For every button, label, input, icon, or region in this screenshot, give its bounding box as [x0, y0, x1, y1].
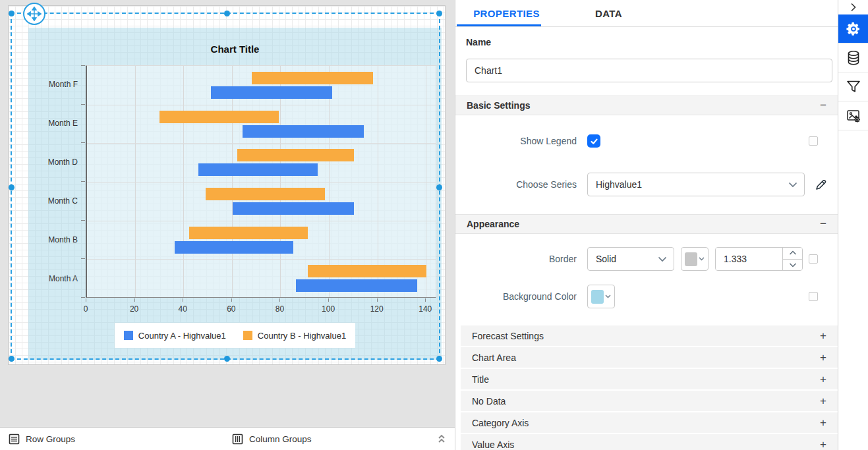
rail-image-settings-button[interactable] — [838, 101, 868, 130]
collapse-icon[interactable]: − — [820, 99, 826, 112]
expand-icon[interactable]: + — [820, 438, 826, 450]
appearance-body: Border Solid — [455, 234, 838, 325]
border-style-dropdown[interactable]: Solid — [587, 247, 674, 271]
x-axis-tick — [231, 298, 232, 302]
x-axis-tick — [86, 298, 86, 302]
double-chevron-up-icon — [436, 433, 447, 445]
tab-data[interactable]: DATA — [558, 0, 660, 26]
chevron-down-icon — [658, 256, 667, 262]
resize-handle-s[interactable] — [224, 356, 230, 362]
rail-data-button[interactable] — [838, 43, 868, 72]
category-label: Month C — [28, 181, 78, 220]
border-expression-checkbox[interactable] — [809, 254, 818, 264]
y-axis-tick — [81, 258, 85, 259]
grid-line-h — [87, 259, 436, 260]
resize-handle-w[interactable] — [9, 184, 14, 190]
rail-filter-button[interactable] — [838, 72, 868, 101]
resize-handle-e[interactable] — [436, 184, 442, 190]
expand-icon[interactable]: + — [820, 395, 826, 408]
chevron-down-icon — [789, 262, 797, 267]
show-legend-expression-checkbox[interactable] — [809, 136, 818, 146]
spinner-up-button[interactable] — [783, 248, 802, 260]
section-basic-settings[interactable]: Basic Settings − — [455, 96, 838, 115]
legend-label: Country B - Highvalue1 — [258, 331, 346, 341]
x-axis-tick-label: 100 — [315, 304, 341, 314]
resize-handle-nw[interactable] — [9, 11, 14, 16]
x-axis-tick-label: 60 — [218, 304, 245, 314]
legend-label: Country A - Highvalue1 — [138, 331, 226, 341]
name-block: Name — [455, 27, 838, 96]
category-label: Month A — [28, 259, 78, 298]
background-color-label: Background Color — [455, 291, 577, 302]
collapse-panel-button[interactable] — [838, 0, 868, 14]
x-axis-tick — [183, 298, 183, 302]
collapse-grouping-bar-button[interactable] — [436, 433, 447, 445]
background-expression-checkbox[interactable] — [809, 292, 818, 301]
background-color-row: Background Color — [455, 285, 838, 308]
border-style-value: Solid — [596, 254, 616, 264]
border-width-input[interactable] — [716, 248, 782, 270]
section-title: Title — [472, 374, 489, 385]
section-title: Basic Settings — [467, 100, 530, 111]
y-axis-tick — [81, 104, 85, 105]
x-axis-tick — [328, 298, 329, 302]
expand-icon[interactable]: + — [820, 329, 826, 343]
choose-series-label: Choose Series — [455, 179, 577, 190]
x-axis-tick-label: 140 — [412, 304, 438, 314]
spinner-down-button[interactable] — [783, 260, 802, 271]
range-bar — [296, 279, 417, 292]
range-bar — [206, 188, 324, 200]
background-color-picker[interactable] — [587, 285, 615, 308]
design-surface[interactable]: Chart Title Month FMonth EMonth DMonth C… — [8, 5, 446, 365]
legend-item: Country A - Highvalue1 — [124, 331, 226, 341]
x-axis-tick-label: 80 — [266, 304, 293, 314]
row-groups-icon — [9, 434, 20, 445]
section-title: Chart Area — [472, 352, 516, 363]
x-axis-tick — [279, 298, 280, 302]
x-axis-tick-label: 20 — [121, 304, 148, 314]
show-legend-checkbox[interactable] — [587, 134, 600, 148]
border-color-picker[interactable] — [681, 247, 709, 271]
x-axis-tick — [377, 298, 378, 302]
grid-line-h — [87, 221, 436, 221]
legend-swatch — [124, 331, 133, 340]
expand-icon[interactable]: + — [820, 351, 826, 364]
category-label: Month B — [28, 220, 78, 259]
section-chart-area[interactable]: Chart Area + — [461, 347, 838, 368]
resize-handle-se[interactable] — [436, 356, 442, 362]
category-label: Month D — [28, 143, 78, 182]
y-axis-tick — [81, 220, 85, 221]
pencil-icon — [814, 178, 828, 192]
x-axis-tick-label: 0 — [72, 304, 99, 314]
expand-icon[interactable]: + — [820, 416, 826, 430]
right-icon-rail — [838, 0, 868, 450]
section-appearance[interactable]: Appearance − — [455, 214, 838, 234]
category-axis-labels: Month FMonth EMonth DMonth CMonth BMonth… — [28, 65, 78, 298]
expand-icon[interactable]: + — [820, 373, 826, 386]
properties-tabbar: PROPERTIES DATA — [455, 0, 838, 27]
resize-handle-n[interactable] — [224, 11, 230, 16]
section-title-settings[interactable]: Title + — [461, 369, 838, 389]
resize-handle-sw[interactable] — [9, 356, 14, 362]
section-forecast-settings[interactable]: Forecast Settings + — [461, 325, 838, 346]
chart-element[interactable]: Chart Title Month FMonth EMonth DMonth C… — [28, 28, 442, 360]
choose-series-dropdown[interactable]: Highvalue1 — [587, 173, 805, 196]
show-legend-row: Show Legend — [455, 132, 838, 150]
tab-properties[interactable]: PROPERTIES — [455, 0, 558, 26]
move-handle[interactable] — [23, 3, 45, 25]
section-no-data[interactable]: No Data + — [461, 391, 838, 411]
section-value-axis[interactable]: Value Axis + — [461, 434, 838, 450]
collapse-icon[interactable]: − — [820, 217, 826, 231]
legend-swatch — [243, 331, 252, 340]
range-bar — [198, 163, 317, 176]
legend-item: Country B - Highvalue1 — [243, 331, 346, 341]
chart-title: Chart Title — [28, 43, 442, 55]
row-groups-panel: Row Groups — [9, 428, 75, 450]
range-bar — [252, 72, 373, 84]
name-input[interactable] — [466, 59, 832, 82]
range-bar — [211, 86, 332, 99]
resize-handle-ne[interactable] — [436, 11, 442, 16]
section-category-axis[interactable]: Category Axis + — [461, 412, 838, 433]
edit-series-button[interactable] — [814, 178, 828, 192]
rail-properties-button[interactable] — [838, 14, 868, 43]
